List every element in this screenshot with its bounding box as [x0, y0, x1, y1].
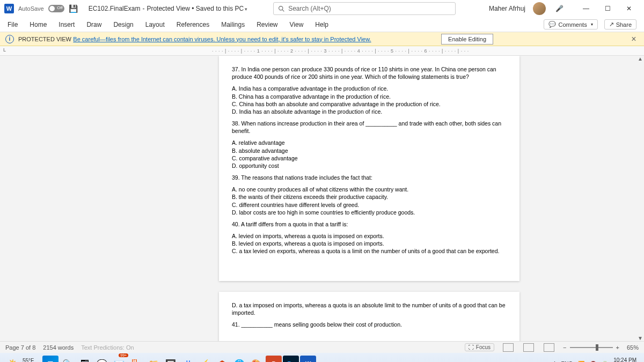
protected-view-message[interactable]: Be careful—files from the Internet can c…	[73, 36, 371, 42]
edge-icon[interactable]: 🌐	[231, 356, 247, 362]
doc-line: 40. A tariff differs from a quota in tha…	[232, 220, 507, 228]
maximize-button[interactable]: ☐	[597, 1, 618, 16]
avatar[interactable]	[533, 2, 546, 15]
tab-references[interactable]: References	[177, 21, 209, 28]
tab-mailings[interactable]: Mailings	[221, 21, 245, 28]
explorer-icon[interactable]: 📁	[145, 356, 162, 362]
mail-icon[interactable]: 📧	[111, 356, 127, 362]
search-taskbar-icon[interactable]: 🔍	[60, 356, 76, 362]
enable-editing-button[interactable]: Enable Editing	[441, 34, 493, 45]
status-words[interactable]: 2154 words	[43, 344, 74, 351]
protected-view-label: PROTECTED VIEW	[18, 36, 71, 42]
clock[interactable]: 10:24 PM 5/3/2022	[613, 357, 636, 362]
app-icon[interactable]: 🔲	[163, 356, 179, 362]
web-layout-icon[interactable]	[544, 343, 554, 352]
status-page[interactable]: Page 7 of 8	[5, 344, 35, 351]
tab-file[interactable]: File	[8, 21, 18, 28]
document-page[interactable]: D. a tax imposed on imports, whereas a q…	[219, 292, 519, 341]
search-input[interactable]: Search (Alt+Q)	[273, 2, 456, 15]
zoom-in-icon[interactable]: +	[616, 344, 619, 351]
svg-line-1	[282, 10, 284, 11]
store-icon[interactable]: 🏪	[128, 356, 144, 362]
svg-point-0	[279, 6, 283, 10]
share-button[interactable]: ↗Share	[604, 19, 636, 29]
weather-widget[interactable]: ⛅ 55°F Cloudy	[8, 358, 39, 362]
autosave-toggle[interactable]: Off	[48, 5, 64, 12]
dropbox-icon[interactable]: ⇊	[180, 356, 196, 362]
status-predictions[interactable]: Text Predictions: On	[81, 344, 134, 351]
zoom-slider[interactable]: − +	[563, 344, 619, 351]
task-view-icon[interactable]: 🗔	[77, 356, 93, 362]
print-layout-icon[interactable]	[523, 343, 534, 352]
winamp-icon[interactable]: ⚡	[197, 356, 213, 362]
tab-insert[interactable]: Insert	[58, 21, 75, 28]
protected-close-icon[interactable]: ×	[629, 34, 639, 44]
doc-line: 37. In India one person can produce 330 …	[232, 65, 507, 80]
copilot-icon[interactable]: 🎨	[248, 356, 265, 362]
office-icon[interactable]: ⬢	[214, 356, 230, 362]
doc-line: D. a tax imposed on imports, whereas a q…	[232, 301, 507, 316]
autosave-label: AutoSave	[18, 5, 44, 12]
document-canvas[interactable]: ▲ ▼ 37. In India one person can produce …	[0, 56, 644, 341]
comments-button[interactable]: 💬Comments▾	[544, 19, 597, 29]
doc-line: 38. When nations increase production in …	[232, 120, 507, 135]
zoom-out-icon[interactable]: −	[563, 344, 566, 351]
scroll-down-icon[interactable]: ▼	[638, 335, 643, 341]
doc-line: A. levied on imports, whereas a quota is…	[232, 232, 507, 255]
chat-icon[interactable]: 💬	[94, 356, 110, 362]
word-app-icon: W	[4, 4, 14, 13]
user-name[interactable]: Maher Afrhuj	[489, 5, 525, 12]
document-page[interactable]: 37. In India one person can produce 330 …	[219, 56, 519, 281]
word-taskbar-icon[interactable]: W	[300, 356, 316, 362]
document-title[interactable]: EC102.FinalExam-Protected View • Saved t…	[89, 5, 247, 12]
search-icon	[278, 5, 285, 12]
weather-icon: ⛅	[8, 358, 19, 362]
read-mode-icon[interactable]	[503, 343, 514, 352]
tab-design[interactable]: Design	[113, 21, 133, 28]
tab-layout[interactable]: Layout	[145, 21, 165, 28]
mic-icon[interactable]: 🎤	[555, 5, 564, 12]
doc-line: A. relative advantage B. absolute advant…	[232, 139, 507, 169]
tab-help[interactable]: Help	[315, 21, 328, 28]
share-icon: ↗	[609, 21, 614, 28]
doc-line: A. no one country produces all of what c…	[232, 186, 507, 216]
doc-line: A. India has a comparative advantage in …	[232, 85, 507, 115]
tab-home[interactable]: Home	[30, 21, 47, 28]
minimize-button[interactable]: —	[575, 1, 597, 16]
close-button[interactable]: ✕	[618, 1, 640, 16]
zoom-level[interactable]: 65%	[627, 344, 639, 351]
doc-line: 41. __________ means selling goods below…	[232, 321, 507, 328]
start-button[interactable]: ⊞	[42, 356, 58, 362]
save-icon[interactable]: 💾	[69, 4, 78, 13]
info-icon: i	[5, 35, 14, 43]
photoshop-icon[interactable]: Ps	[283, 356, 299, 362]
tab-view[interactable]: View	[290, 21, 304, 28]
ruler: L · · · · | · · · · | · · · · 1 · · · · …	[0, 46, 644, 56]
tab-draw[interactable]: Draw	[86, 21, 101, 28]
scroll-up-icon[interactable]: ▲	[638, 56, 643, 62]
comment-icon: 💬	[548, 21, 556, 28]
tab-review[interactable]: Review	[257, 21, 277, 28]
focus-icon: ⛶	[469, 344, 474, 350]
focus-button[interactable]: ⛶Focus	[465, 343, 494, 351]
powerpoint-icon[interactable]: P	[266, 356, 282, 362]
doc-line: 39. The reasons that nations trade inclu…	[232, 174, 507, 181]
